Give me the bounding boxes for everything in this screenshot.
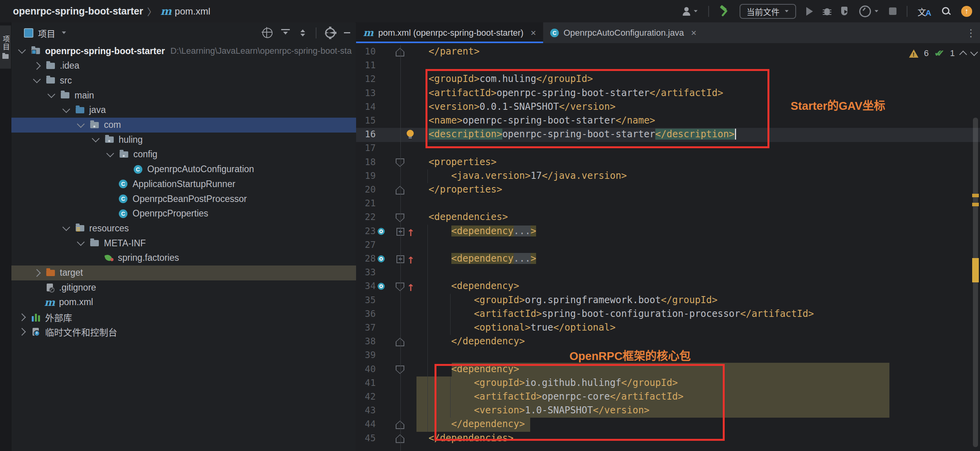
maven-icon: m bbox=[44, 296, 55, 308]
chevron-right-icon[interactable] bbox=[33, 269, 41, 277]
chevron-down-icon[interactable] bbox=[77, 238, 85, 246]
code-line-23[interactable]: 23↑+ <dependency...> bbox=[356, 225, 980, 239]
locate-file-icon[interactable] bbox=[262, 28, 273, 38]
tree-item-main[interactable]: main bbox=[11, 88, 393, 103]
tree-item-src[interactable]: src bbox=[11, 73, 378, 88]
tree-item-.gitignore[interactable]: .gitignore bbox=[11, 280, 378, 295]
close-icon[interactable]: × bbox=[691, 27, 696, 38]
fold-marker-icon[interactable] bbox=[396, 282, 404, 291]
gear-icon[interactable] bbox=[325, 28, 335, 38]
fold-marker-icon[interactable] bbox=[396, 338, 404, 346]
code-text: <dependencies> bbox=[406, 211, 508, 222]
code-line-27[interactable]: 27 bbox=[356, 238, 980, 253]
expand-all-icon[interactable] bbox=[281, 29, 290, 37]
code-line-35[interactable]: 35 <groupId>org.springframework.boot</gr… bbox=[356, 294, 980, 308]
chevron-down-icon[interactable] bbox=[62, 224, 70, 231]
chevron-down-icon[interactable] bbox=[77, 120, 85, 128]
maven-dependency-icon[interactable]: ↑ bbox=[378, 228, 385, 235]
collapse-all-icon[interactable] bbox=[298, 29, 307, 37]
folder-icon bbox=[61, 92, 69, 98]
fold-marker-icon[interactable] bbox=[396, 48, 404, 56]
code-line-21[interactable]: 21 bbox=[356, 197, 980, 211]
code-text: <properties> bbox=[406, 156, 496, 167]
class-icon: C bbox=[119, 195, 127, 203]
chevron-right-icon[interactable] bbox=[18, 313, 26, 321]
close-icon[interactable]: × bbox=[531, 27, 536, 38]
tree-item-resources[interactable]: resources bbox=[11, 221, 408, 236]
inspections-widget[interactable]: 6 ✔✔ 1 bbox=[909, 48, 977, 59]
tree-item-label: OpenrpcAutoConfiguration bbox=[147, 164, 254, 175]
code-line-10[interactable]: 10 </parent> bbox=[356, 45, 980, 59]
chevron-down-icon[interactable] bbox=[92, 135, 100, 142]
tree-item-.idea[interactable]: .idea bbox=[11, 58, 378, 73]
profiler-menu[interactable] bbox=[859, 5, 879, 17]
chevron-down-icon[interactable] bbox=[47, 90, 55, 98]
project-panel-header: 项目 bbox=[11, 22, 356, 43]
breadcrumb-project[interactable]: openrpc-spring-boot-starter bbox=[13, 5, 143, 17]
code-line-19[interactable]: 19 <java.version>17</java.version> bbox=[356, 169, 980, 184]
editor-tab-bar: m pom.xml (openrpc-spring-boot-starter) … bbox=[356, 22, 980, 43]
profile-menu[interactable] bbox=[682, 7, 698, 16]
chevron-right-icon[interactable] bbox=[18, 328, 26, 336]
code-line-37[interactable]: 37 <optional>true</optional> bbox=[356, 321, 980, 335]
fold-marker-icon[interactable] bbox=[396, 366, 404, 374]
code-line-20[interactable]: 20 </properties> bbox=[356, 183, 980, 197]
next-problem-icon[interactable] bbox=[970, 48, 978, 56]
chevron-down-icon[interactable] bbox=[62, 31, 66, 34]
tree-item-target[interactable]: target bbox=[11, 266, 378, 280]
class-icon: C bbox=[119, 180, 127, 188]
gitignore-file-icon bbox=[47, 284, 53, 291]
project-panel-title[interactable]: 项目 bbox=[38, 27, 55, 39]
update-available-icon[interactable]: ↑ bbox=[961, 6, 972, 17]
folder-icon bbox=[46, 77, 55, 84]
maven-dependency-icon[interactable]: ↑ bbox=[378, 255, 385, 262]
prev-problem-icon[interactable] bbox=[959, 51, 967, 58]
breadcrumb-file[interactable]: pom.xml bbox=[175, 6, 211, 17]
code-line-36[interactable]: 36 <artifactId>spring-boot-configuration… bbox=[356, 307, 980, 322]
tree-item-openrpc-spring-boot-starter[interactable]: openrpc-spring-boot-starterD:\Learning\J… bbox=[11, 44, 364, 58]
code-line-28[interactable]: 28↑+ <dependency...> bbox=[356, 252, 980, 266]
chevron-down-icon[interactable] bbox=[106, 149, 114, 157]
fold-marker-icon[interactable] bbox=[396, 186, 404, 195]
run-configuration-widget[interactable]: 当前文件 bbox=[740, 4, 796, 19]
toolbar-divider bbox=[708, 6, 709, 17]
chevron-right-icon[interactable] bbox=[33, 62, 41, 70]
chevron-down-icon[interactable] bbox=[33, 76, 41, 84]
chevron-down-icon[interactable] bbox=[62, 105, 70, 113]
stripe-project-button[interactable]: 项目 bbox=[0, 25, 11, 69]
fold-marker-icon[interactable] bbox=[396, 213, 404, 222]
coverage-icon[interactable] bbox=[841, 7, 849, 16]
tab-options-icon[interactable]: ⋮ bbox=[966, 27, 976, 39]
tab-openrpc-auto-configuration[interactable]: C OpenrpcAutoConfiguration.java × bbox=[543, 22, 704, 43]
hide-panel-icon[interactable] bbox=[344, 32, 350, 33]
code-line-22[interactable]: 22 <dependencies> bbox=[356, 211, 980, 225]
tree-item-[interactable]: 外部库 bbox=[11, 310, 364, 325]
maven-dependency-icon[interactable]: ↑ bbox=[378, 283, 385, 290]
tree-item-[interactable]: 临时文件和控制台 bbox=[11, 324, 364, 339]
fold-marker-icon[interactable] bbox=[396, 435, 404, 443]
chevron-spacer bbox=[34, 300, 39, 305]
run-icon[interactable] bbox=[806, 7, 813, 16]
code-line-34[interactable]: 34↑ <dependency> bbox=[356, 280, 980, 294]
breadcrumb-separator: 〉 bbox=[147, 4, 156, 18]
tree-item-java[interactable]: java bbox=[11, 103, 408, 118]
line-number: 35 bbox=[356, 295, 376, 305]
tab-pom-xml[interactable]: m pom.xml (openrpc-spring-boot-starter) … bbox=[356, 22, 543, 43]
stop-icon[interactable] bbox=[889, 7, 896, 15]
code-line-18[interactable]: 18 <properties> bbox=[356, 156, 980, 170]
tree-item-pom.xml[interactable]: mpom.xml bbox=[11, 295, 378, 310]
debug-icon[interactable] bbox=[823, 7, 831, 16]
maven-icon: m bbox=[160, 5, 172, 17]
editor-scrollbar[interactable] bbox=[973, 118, 978, 447]
fold-marker-icon[interactable] bbox=[396, 158, 404, 167]
line-number: 27 bbox=[356, 240, 376, 250]
code-line-33[interactable]: 33 bbox=[356, 266, 980, 280]
search-icon[interactable] bbox=[942, 7, 951, 16]
code-text: <dependency...> bbox=[406, 253, 536, 264]
translate-icon[interactable]: 文A bbox=[918, 5, 931, 18]
fold-marker-icon[interactable] bbox=[396, 420, 404, 429]
line-number: 14 bbox=[356, 102, 376, 112]
chevron-down-icon[interactable] bbox=[18, 46, 26, 54]
build-hammer-icon[interactable] bbox=[719, 6, 729, 16]
line-number: 19 bbox=[356, 171, 376, 181]
